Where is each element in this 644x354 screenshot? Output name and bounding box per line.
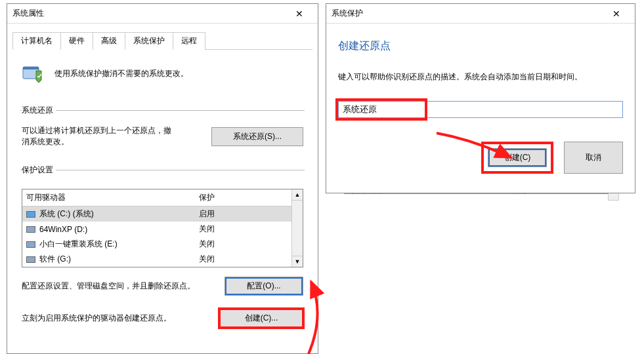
tab-content: 使用系统保护撤消不需要的系统更改。 系统还原 可以通过将计算机还原到上一个还原点… xyxy=(7,50,318,354)
drive-name: 软件 (G:) xyxy=(39,254,71,265)
drive-name: 小白一键重装系统 (E:) xyxy=(39,239,118,250)
tab-strip: 计算机名 硬件 高级 系统保护 远程 xyxy=(7,24,318,49)
drive-icon xyxy=(26,241,35,248)
scroll-thumb[interactable] xyxy=(292,201,303,256)
restore-point-name-input[interactable] xyxy=(338,101,623,118)
system-restore-button[interactable]: 系统还原(S)... xyxy=(211,127,303,146)
window-title: 系统保护 xyxy=(332,8,363,19)
close-icon: ✕ xyxy=(295,9,303,19)
drive-row[interactable]: 64WinXP (D:)关闭 xyxy=(22,222,291,237)
system-protection-dialog: 系统保护 ✕ 创建还原点 键入可以帮助你识别还原点的描述。系统会自动添加当前日期… xyxy=(326,3,635,193)
drive-status: 关闭 xyxy=(195,237,291,252)
annotation-highlight: 创建(C) xyxy=(481,142,553,174)
shield-icon xyxy=(20,60,47,87)
tab-hardware[interactable]: 硬件 xyxy=(60,32,93,50)
tab-system-protection[interactable]: 系统保护 xyxy=(125,32,173,50)
protect-legend: 保护设置 xyxy=(22,165,56,176)
drive-row[interactable]: 小白一键重装系统 (E:)关闭 xyxy=(22,237,291,252)
close-icon: ✕ xyxy=(612,9,620,19)
drive-icon xyxy=(26,256,35,263)
create-desc: 立刻为启用系统保护的驱动器创建还原点。 xyxy=(22,313,171,324)
close-button[interactable]: ✕ xyxy=(286,5,312,23)
create-button[interactable]: 创建(C) xyxy=(488,148,547,167)
drive-status: 启用 xyxy=(195,206,291,222)
scroll-down-icon[interactable]: ▼ xyxy=(292,256,303,267)
col-prot-header: 保护 xyxy=(195,189,291,206)
titlebar: 系统保护 ✕ xyxy=(326,4,635,24)
close-button[interactable]: ✕ xyxy=(603,5,630,23)
restore-legend: 系统还原 xyxy=(22,105,56,116)
tab-remote[interactable]: 远程 xyxy=(173,32,205,50)
scroll-up-icon[interactable]: ▲ xyxy=(292,189,303,201)
drive-name: 系统 (C:) (系统) xyxy=(39,208,94,220)
col-drive-header: 可用驱动器 xyxy=(22,189,195,206)
svg-rect-1 xyxy=(23,67,39,69)
drive-table-header: 可用驱动器 保护 xyxy=(22,189,291,206)
dialog-description: 键入可以帮助你识别还原点的描述。系统会自动添加当前日期和时间。 xyxy=(338,71,623,83)
intro-text: 使用系统保护撤消不需要的系统更改。 xyxy=(54,68,188,79)
window-title: 系统属性 xyxy=(12,8,44,19)
titlebar: 系统属性 ✕ xyxy=(7,4,318,24)
drive-name: 64WinXP (D:) xyxy=(39,225,87,234)
restore-desc: 可以通过将计算机还原到上一个还原点，撤消系统更改。 xyxy=(22,125,173,148)
tab-advanced[interactable]: 高级 xyxy=(93,32,125,50)
create-restore-point-button[interactable]: 创建(C)... xyxy=(219,309,303,328)
drive-table: 可用驱动器 保护 系统 (C:) (系统)启用64WinXP (D:)关闭小白一… xyxy=(22,189,303,267)
drive-status: 关闭 xyxy=(195,222,291,237)
tab-computer-name[interactable]: 计算机名 xyxy=(12,32,61,50)
dialog-heading: 创建还原点 xyxy=(338,39,623,53)
cancel-button[interactable]: 取消 xyxy=(564,142,623,174)
drive-row[interactable]: 软件 (G:)关闭 xyxy=(22,252,291,267)
drive-row[interactable]: 系统 (C:) (系统)启用 xyxy=(22,206,291,222)
system-properties-window: 系统属性 ✕ 计算机名 硬件 高级 系统保护 远程 使用系统保护撤消不需要的系统… xyxy=(7,3,318,354)
drive-status: 关闭 xyxy=(195,252,291,267)
drive-icon xyxy=(26,226,35,233)
protection-settings-section: 保护设置 可用驱动器 保护 系统 (C:) (系统)启用64WinXP (D:)… xyxy=(20,165,305,346)
drive-scrollbar[interactable]: ▲ ▼ xyxy=(291,189,303,267)
system-restore-section: 系统还原 可以通过将计算机还原到上一个还原点，撤消系统更改。 系统还原(S)..… xyxy=(20,105,305,153)
drive-icon xyxy=(26,211,35,218)
configure-desc: 配置还原设置、管理磁盘空间，并且删除还原点。 xyxy=(22,281,195,292)
configure-button[interactable]: 配置(O)... xyxy=(225,277,303,296)
